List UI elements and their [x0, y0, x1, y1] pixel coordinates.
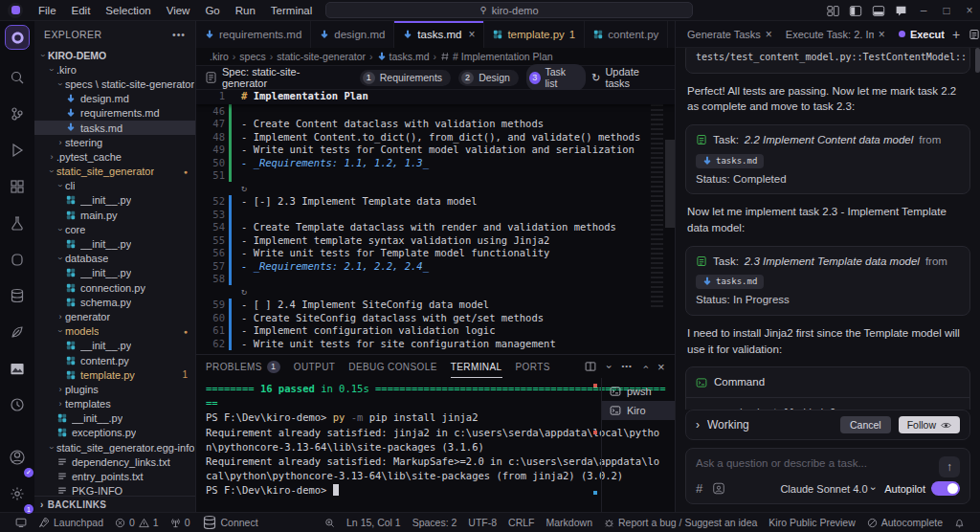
statusbar-item-autocomplete[interactable]: Autocomplete — [861, 513, 948, 532]
backlinks-section[interactable]: › BACKLINKS — [34, 496, 195, 512]
chat-tab[interactable]: Generate Tasks× — [681, 21, 778, 48]
breadcrumb-item[interactable]: .kiro — [210, 51, 229, 62]
menu-edit[interactable]: Edit — [64, 0, 99, 21]
tree-item[interactable]: main.py — [34, 208, 195, 222]
editor-line[interactable]: ↻ — [196, 182, 675, 195]
tree-item[interactable]: schema.py — [34, 295, 195, 309]
new-chat-icon[interactable]: + — [952, 28, 960, 41]
tree-item[interactable]: ›generator — [34, 309, 195, 323]
editor-line[interactable]: 59- [ ] 2.4 Implement SiteConfig data mo… — [196, 299, 675, 312]
menu-go[interactable]: Go — [197, 0, 227, 21]
statusbar-item-report-a-bug-suggest-an-idea[interactable]: Report a bug / Suggest an idea — [598, 513, 763, 532]
editor-tab-requirements.md[interactable]: requirements.md — [196, 21, 311, 48]
breadcrumb-item[interactable]: static-site-generator — [277, 51, 366, 62]
tree-item[interactable]: ›templates — [34, 397, 195, 411]
database-activity-button[interactable] — [4, 277, 31, 314]
statusbar-item-crlf[interactable]: CRLF — [502, 513, 540, 532]
editor-scrollbar[interactable] — [665, 140, 675, 228]
menu-terminal[interactable]: Terminal — [263, 0, 320, 21]
tree-item[interactable]: ›KIRO-DEMO — [34, 48, 195, 62]
tree-item[interactable]: ›static_site_generator.egg-info — [34, 440, 195, 454]
terminal-instance-kiro[interactable]: Kiro — [602, 401, 675, 420]
chat-tab[interactable]: Execute Task: 2. Imp...× — [780, 21, 891, 48]
testing-activity-button[interactable] — [4, 205, 31, 241]
maximize-button[interactable]: □ — [940, 4, 953, 17]
screenshot-activity-button[interactable] — [4, 350, 31, 387]
tree-item[interactable]: ›database — [34, 252, 195, 266]
follow-button[interactable]: Follow — [899, 416, 960, 433]
editor-line[interactable]: 49- Write unit tests for Content model v… — [196, 144, 675, 157]
menu-view[interactable]: View — [159, 0, 198, 21]
editor-line[interactable]: 56- Write unit tests for Template model … — [196, 247, 675, 260]
editor-line[interactable]: 53 — [196, 208, 675, 221]
editor-tab-design.md[interactable]: design.md — [311, 21, 394, 48]
update-tasks-button[interactable]: ↻ Update tasks — [591, 66, 665, 89]
panel-tab-problems[interactable]: PROBLEMS1 — [206, 355, 280, 378]
breadcrumb-item[interactable]: tasks.md — [377, 51, 430, 62]
editor-line[interactable]: 54- Create Template dataclass with rende… — [196, 221, 675, 234]
copilot-activity-button[interactable] — [4, 241, 31, 277]
account-button[interactable]: ✓ — [4, 439, 31, 476]
minimize-button[interactable]: – — [917, 4, 930, 17]
settings-button[interactable]: 1 — [4, 476, 31, 512]
statusbar-item-markdown[interactable]: Markdown — [541, 513, 598, 532]
tree-item[interactable]: ›.kiro — [34, 62, 195, 77]
panel-tab-debug-console[interactable]: DEBUG CONSOLE — [348, 355, 436, 378]
code-editor[interactable]: 1# Implementation Plan 4647- Create Cont… — [196, 90, 675, 354]
terminal-output[interactable]: ======== 16 passed in 0.15s ============… — [196, 378, 593, 512]
tree-item[interactable]: design.md — [34, 92, 195, 106]
tree-item[interactable]: ›static_site_generator● — [34, 165, 195, 179]
autopilot-control[interactable]: Autopilot — [884, 481, 960, 496]
chat-input-field[interactable] — [696, 457, 935, 469]
tree-item[interactable]: ›.pytest_cache — [34, 149, 195, 164]
file-chip[interactable]: tasks.md — [696, 154, 764, 168]
panel-tab-output[interactable]: OUTPUT — [294, 355, 336, 378]
statusbar-item-0[interactable]: 01 — [109, 513, 165, 532]
feather-activity-button[interactable] — [4, 314, 31, 350]
add-image-icon[interactable] — [712, 482, 725, 495]
launch-profile-icon[interactable] — [585, 361, 596, 372]
cancel-button[interactable]: Cancel — [840, 416, 891, 433]
search-activity-button[interactable] — [4, 59, 31, 96]
tree-item[interactable]: __init__.py — [34, 266, 195, 280]
breadcrumb-item[interactable]: specs — [239, 51, 265, 62]
tree-item[interactable]: exceptions.py — [34, 426, 195, 440]
editor-line[interactable]: 60- Create SiteConfig dataclass with get… — [196, 311, 675, 324]
chat-conversation[interactable]: tests/test_content_model.py::TestContent… — [676, 48, 980, 410]
statusbar-item-kiro-public-preview[interactable]: Kiro Public Preview — [763, 513, 860, 532]
menu-file[interactable]: File — [31, 0, 64, 21]
spec-step-task-list[interactable]: 3Task list — [526, 64, 586, 91]
statusbar-item-launchpad[interactable]: Launchpad — [33, 513, 109, 532]
task-list-icon[interactable] — [969, 29, 980, 40]
editor-tab-tasks.md[interactable]: tasks.md× — [394, 21, 484, 48]
editor-line[interactable]: 47- Create Content dataclass with valida… — [196, 118, 675, 131]
toggle-panel-icon[interactable] — [872, 5, 885, 17]
editor-line[interactable]: 55- Implement template syntax validation… — [196, 233, 675, 247]
toggle-chat-icon[interactable] — [895, 5, 907, 17]
model-selector[interactable]: Claude Sonnet 4.0 › — [780, 483, 875, 495]
close-window-button[interactable]: × — [963, 4, 976, 17]
tree-item[interactable]: ›steering — [34, 135, 195, 149]
statusbar-item-ln-15-col-1[interactable]: Ln 15, Col 1 — [341, 513, 407, 532]
tree-item[interactable]: ›cli — [34, 179, 195, 193]
run-debug-activity-button[interactable] — [4, 132, 31, 168]
send-button[interactable]: ↑ — [939, 456, 960, 477]
chat-scrollbar[interactable] — [975, 48, 980, 73]
breadcrumb[interactable]: .kiro›specs›static-site-generator›tasks.… — [196, 48, 675, 65]
statusbar-item-utf-8[interactable]: UTF-8 — [462, 513, 502, 532]
editor-line[interactable]: 61- Implement configuration validation l… — [196, 324, 675, 338]
chevron-up-icon[interactable]: › — [639, 365, 650, 368]
editor-line[interactable]: 50- _Requirements: 1.1, 1.2, 1.3_ — [196, 156, 675, 169]
kiro-activity-logo[interactable] — [5, 25, 30, 50]
tree-item[interactable]: __init__.py — [34, 193, 195, 208]
editor-line[interactable]: 46 — [196, 104, 675, 118]
close-icon[interactable]: × — [766, 28, 772, 41]
panel-tab-ports[interactable]: PORTS — [516, 355, 550, 378]
extensions-activity-button[interactable] — [4, 168, 31, 205]
minimap[interactable] — [651, 104, 663, 310]
editor-line[interactable]: 62- Write unit tests for site configurat… — [196, 337, 675, 350]
tree-item[interactable]: template.py1 — [34, 367, 195, 382]
editor-line[interactable]: 52- [-] 2.3 Implement Template data mode… — [196, 195, 675, 209]
tree-item[interactable]: content.py — [34, 353, 195, 367]
editor-line[interactable]: 51 — [196, 169, 675, 183]
